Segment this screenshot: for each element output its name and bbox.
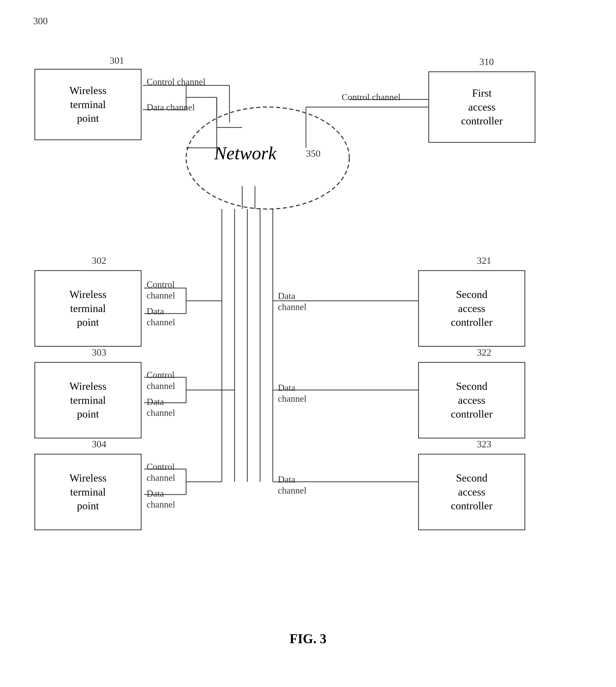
wtp304-ref: 304 [92, 439, 106, 450]
wtp303-ref: 303 [92, 347, 106, 358]
diagram-container: 300 Wirelessterminalpoint 301 Control ch… [0, 0, 616, 687]
figure-label: FIG. 3 [0, 631, 616, 646]
wtp302-data-label: Datachannel [147, 306, 175, 328]
wtp301-ref: 301 [110, 55, 124, 66]
ac321-box: Secondaccesscontroller [418, 270, 525, 347]
wtp301-data-label: Data channel [147, 102, 195, 113]
wtp301-box: Wirelessterminalpoint [35, 69, 141, 140]
wtp302-ref: 302 [92, 255, 106, 266]
wtp303-control-label: Controlchannel [147, 370, 175, 392]
ac323-box: Secondaccesscontroller [418, 454, 525, 530]
ac321-ref: 321 [477, 255, 491, 266]
wtp304-control-label: Controlchannel [147, 461, 175, 483]
wtp302-box: Wirelessterminalpoint [35, 270, 141, 347]
ac310-box: Firstaccesscontroller [428, 71, 535, 143]
ac322-box: Secondaccesscontroller [418, 362, 525, 439]
ac323-data-label: Datachannel [278, 474, 306, 496]
diagram-number: 300 [33, 15, 48, 26]
wtp303-box: Wirelessterminalpoint [35, 362, 141, 439]
wtp301-control-label: Control channel [147, 76, 205, 87]
ac322-data-label: Datachannel [278, 382, 306, 404]
ac310-control-label: Control channel [342, 92, 400, 103]
wtp304-data-label: Datachannel [147, 488, 175, 510]
ac323-ref: 323 [477, 439, 491, 450]
wtp304-box: Wirelessterminalpoint [35, 454, 141, 530]
network-ref: 350 [306, 148, 321, 159]
wtp302-control-label: Controlchannel [147, 279, 175, 301]
network-label: Network [214, 143, 277, 164]
ac322-ref: 322 [477, 347, 491, 358]
wtp303-data-label: Datachannel [147, 396, 175, 418]
ac310-ref: 310 [479, 56, 494, 67]
ac321-data-label: Datachannel [278, 291, 306, 312]
